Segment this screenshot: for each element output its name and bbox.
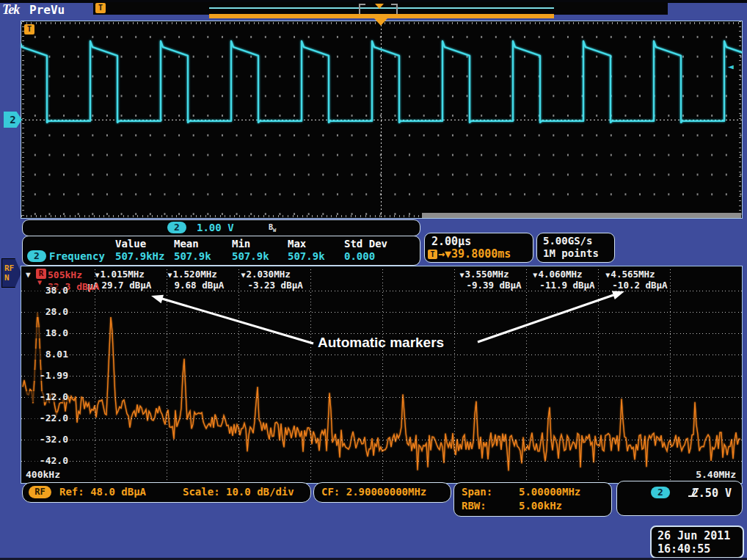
measurement-name: Frequency	[49, 250, 105, 262]
rbw-value: 5.00kHz	[519, 500, 562, 512]
datetime-readout: 26 Jun 2011 16:40:55	[650, 526, 744, 559]
sample-rate: 5.00GS/s	[543, 235, 592, 247]
spectrum-y-axis-label: 38.0	[26, 285, 68, 296]
spectrum-y-axis-label: 8.01	[26, 349, 68, 360]
channel2-ground-marker[interactable]: 2	[4, 112, 22, 128]
column-header: Max	[288, 238, 306, 250]
measurement-mean: 507.9k	[174, 250, 211, 262]
spectrum-gridline-row	[21, 440, 742, 440]
delay-value: 39.8000ms	[451, 247, 511, 261]
frequency-axis-start-label: 400kHz	[26, 469, 60, 480]
spectrum-y-axis-label: -42.0	[26, 455, 68, 466]
time-label: 16:40:55	[657, 542, 710, 556]
trigger-readout[interactable]: 2 2.50 V	[616, 481, 743, 516]
channel2-badge[interactable]: 2	[167, 222, 186, 233]
spectrum-gridline-row	[21, 354, 742, 355]
rf-reference-level-readout[interactable]: RF Ref: 48.0 dBµA Scale: 10.0 dB/div	[22, 482, 311, 503]
trigger-flag-icon: T	[95, 3, 106, 13]
spectrum-gridline-row	[21, 291, 742, 291]
channel2-scale-readout[interactable]: 2 1.00 V BW	[22, 219, 420, 236]
span-label: Span:	[462, 486, 492, 498]
trigger-delay-readout: T→▼39.8000ms	[428, 247, 511, 261]
center-frequency: CF: 2.90000000MHz	[321, 486, 426, 498]
measurement-source-badge: 2	[27, 250, 46, 262]
rf-ref-level: Ref: 48.0 dBµA	[59, 486, 146, 498]
channel2-waveform-trace	[21, 21, 742, 218]
time-per-div: 2.00µs	[431, 235, 471, 248]
rf-trace-mode: N	[4, 273, 21, 283]
annotation-arrows	[21, 266, 742, 483]
trigger-position-icon	[375, 4, 384, 9]
spectrum-y-axis-label: 18.0	[26, 327, 68, 338]
delay-arrow-icon: →▼	[438, 247, 451, 261]
rf-badge[interactable]: RF	[29, 486, 51, 498]
bandwidth-limit-icon: BW	[269, 223, 276, 233]
record-length: 1M points	[543, 247, 599, 259]
channel2-volts-per-div: 1.00 V	[197, 222, 234, 233]
trigger-flag-icon: T	[428, 250, 437, 259]
spectrum-gridline-column	[454, 269, 455, 480]
rbw-label: RBW:	[462, 500, 487, 512]
spectrum-gridline-column	[382, 269, 383, 480]
trigger-source-badge: 2	[651, 487, 670, 498]
measurement-table: Value Mean Min Max Std Dev 2 Frequency 5…	[22, 236, 420, 266]
spectrum-gridline-column	[598, 269, 599, 480]
time-domain-graticule: T	[21, 21, 743, 219]
spectrum-gridline-row	[21, 312, 742, 313]
measurement-stddev: 0.000	[344, 250, 375, 262]
column-header: Std Dev	[344, 238, 387, 250]
measurement-min: 507.9k	[232, 250, 269, 262]
rf-normal-trace-badge[interactable]: RF N	[1, 258, 21, 288]
measurement-value: 507.9kHz	[115, 250, 164, 262]
horizontal-scale-readout[interactable]: 2.00µs T→▼39.8000ms	[424, 233, 533, 263]
span-rbw-readout[interactable]: Span: 5.00000MHz RBW: 5.00kHz	[453, 482, 612, 517]
oscilloscope-screen: Tek PreVu T T 2 ◄ 2 1.00 V BW Value Mean…	[0, 0, 747, 560]
spectrum-gridline-column	[167, 269, 167, 480]
spectrum-y-axis-label: -32.0	[26, 434, 68, 445]
spectrum-y-axis-label: 28.0	[26, 306, 68, 317]
spectrum-gridline-row	[21, 376, 742, 377]
center-frequency-readout[interactable]: CF: 2.90000000MHz	[313, 482, 451, 503]
rf-spectrum-graticule: µA ▼ R ▼ 505kHz 32.3 dBµA ▼1.015MHz29.7 …	[21, 266, 743, 484]
spectrum-gridline-row	[21, 333, 742, 334]
trigger-level-arrow-icon[interactable]: ◄	[728, 62, 734, 71]
trigger-level: 2.50 V	[692, 487, 732, 500]
frequency-axis-end-label: 5.40MHz	[696, 469, 736, 480]
acquisition-status: PreVu	[29, 3, 65, 17]
spectrum-gridline-column	[526, 269, 527, 480]
column-header: Value	[115, 238, 146, 250]
column-header: Min	[232, 238, 250, 250]
spectrum-y-axis-label: -1.99	[26, 370, 68, 381]
spectrum-y-axis-label: -22.0	[26, 412, 68, 423]
spectrum-gridline-row	[21, 418, 742, 419]
spectrum-gridline-row	[21, 397, 742, 398]
trigger-position-triangle-icon	[374, 18, 387, 26]
separator-bar	[422, 213, 741, 218]
annotation-text: Automatic markers	[318, 335, 444, 351]
column-header: Mean	[174, 238, 199, 250]
acquisition-readout[interactable]: 5.00GS/s 1M points	[536, 233, 615, 263]
rf-scale: Scale: 10.0 dB/div	[183, 486, 294, 498]
spectrum-y-axis-label: -12.0	[26, 391, 68, 402]
date-label: 26 Jun 2011	[657, 529, 730, 542]
measurement-max: 507.9k	[288, 250, 325, 262]
spectrum-gridline-column	[670, 269, 671, 480]
spectrum-gridline-row	[21, 461, 742, 462]
spectrum-gridline-column	[95, 269, 95, 480]
spectrum-gridline-column	[310, 269, 311, 480]
rf-badge-label: RF	[4, 263, 21, 273]
span-value: 5.00000MHz	[519, 486, 580, 498]
acquisition-preview-bar[interactable]: T	[93, 2, 668, 15]
tek-logo: Tek	[2, 2, 19, 18]
trigger-flag-icon: T	[24, 24, 34, 34]
spectrum-gridline-column	[238, 269, 239, 480]
